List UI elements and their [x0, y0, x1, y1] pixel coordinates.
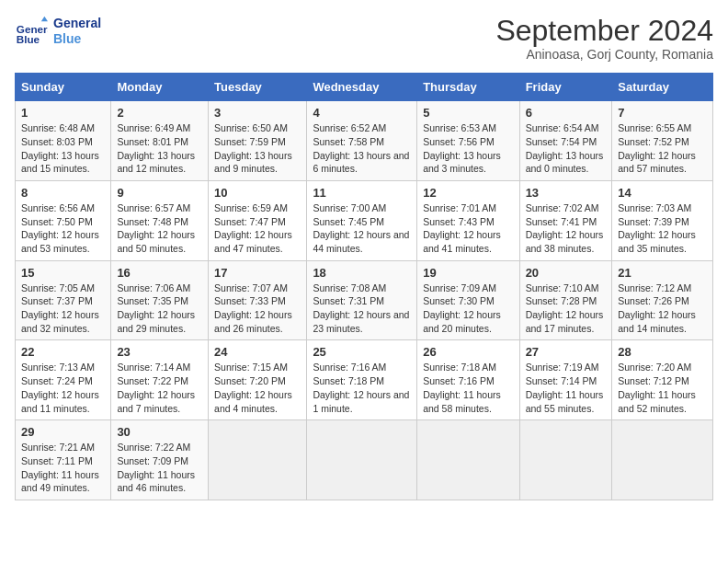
page-header: General Blue General Blue September 2024… — [15, 15, 713, 62]
day-number: 9 — [117, 186, 202, 200]
calendar-cell: 2 Sunrise: 6:49 AMSunset: 8:01 PMDayligh… — [111, 101, 209, 181]
calendar-cell — [519, 420, 612, 500]
day-number: 2 — [117, 106, 202, 120]
cell-content: Sunrise: 7:16 AMSunset: 7:18 PMDaylight:… — [313, 362, 409, 413]
cell-content: Sunrise: 7:08 AMSunset: 7:31 PMDaylight:… — [313, 282, 409, 334]
logo-text-general: General — [53, 16, 101, 31]
calendar-cell: 28 Sunrise: 7:20 AMSunset: 7:12 PMDaylig… — [612, 340, 713, 420]
calendar-cell: 5 Sunrise: 6:53 AMSunset: 7:56 PMDayligh… — [417, 101, 519, 181]
calendar-cell: 22 Sunrise: 7:13 AMSunset: 7:24 PMDaylig… — [16, 340, 111, 420]
calendar-cell — [612, 420, 713, 500]
logo: General Blue General Blue — [15, 15, 101, 48]
day-number: 5 — [423, 106, 513, 120]
cell-content: Sunrise: 7:19 AMSunset: 7:14 PMDaylight:… — [526, 362, 604, 413]
week-row-5: 29 Sunrise: 7:21 AMSunset: 7:11 PMDaylig… — [16, 420, 713, 500]
calendar-cell: 21 Sunrise: 7:12 AMSunset: 7:26 PMDaylig… — [612, 260, 713, 340]
cell-content: Sunrise: 7:07 AMSunset: 7:33 PMDaylight:… — [214, 282, 292, 334]
cell-content: Sunrise: 7:03 AMSunset: 7:39 PMDaylight:… — [618, 202, 696, 254]
cell-content: Sunrise: 7:06 AMSunset: 7:35 PMDaylight:… — [117, 282, 195, 334]
cell-content: Sunrise: 6:49 AMSunset: 8:01 PMDaylight:… — [117, 122, 195, 174]
day-number: 16 — [117, 266, 202, 280]
logo-icon: General Blue — [15, 15, 48, 48]
cell-content: Sunrise: 6:50 AMSunset: 7:59 PMDaylight:… — [214, 122, 292, 174]
cell-content: Sunrise: 7:00 AMSunset: 7:45 PMDaylight:… — [313, 202, 409, 254]
day-number: 14 — [618, 186, 707, 200]
day-number: 21 — [618, 266, 707, 280]
calendar-cell: 26 Sunrise: 7:18 AMSunset: 7:16 PMDaylig… — [417, 340, 519, 420]
header-row: SundayMondayTuesdayWednesdayThursdayFrid… — [16, 74, 713, 101]
day-number: 29 — [21, 425, 105, 439]
day-number: 6 — [526, 106, 607, 120]
day-number: 26 — [423, 345, 513, 359]
cell-content: Sunrise: 7:01 AMSunset: 7:43 PMDaylight:… — [423, 202, 501, 254]
svg-text:Blue: Blue — [17, 33, 40, 45]
day-number: 23 — [117, 345, 202, 359]
calendar-cell — [417, 420, 519, 500]
calendar-cell: 18 Sunrise: 7:08 AMSunset: 7:31 PMDaylig… — [307, 260, 417, 340]
day-number: 8 — [21, 186, 105, 200]
cell-content: Sunrise: 7:21 AMSunset: 7:11 PMDaylight:… — [21, 442, 99, 493]
calendar-cell: 30 Sunrise: 7:22 AMSunset: 7:09 PMDaylig… — [111, 420, 209, 500]
calendar-cell: 19 Sunrise: 7:09 AMSunset: 7:30 PMDaylig… — [417, 260, 519, 340]
week-row-1: 1 Sunrise: 6:48 AMSunset: 8:03 PMDayligh… — [16, 101, 713, 181]
col-header-wednesday: Wednesday — [307, 74, 417, 101]
calendar-cell: 8 Sunrise: 6:56 AMSunset: 7:50 PMDayligh… — [16, 180, 111, 260]
day-number: 17 — [214, 266, 301, 280]
col-header-sunday: Sunday — [16, 74, 111, 101]
cell-content: Sunrise: 7:10 AMSunset: 7:28 PMDaylight:… — [526, 282, 604, 334]
cell-content: Sunrise: 6:55 AMSunset: 7:52 PMDaylight:… — [618, 122, 696, 174]
cell-content: Sunrise: 7:14 AMSunset: 7:22 PMDaylight:… — [117, 362, 195, 413]
day-number: 18 — [313, 266, 411, 280]
cell-content: Sunrise: 6:54 AMSunset: 7:54 PMDaylight:… — [526, 122, 604, 174]
day-number: 15 — [21, 266, 105, 280]
calendar-cell: 27 Sunrise: 7:19 AMSunset: 7:14 PMDaylig… — [519, 340, 612, 420]
calendar-cell: 6 Sunrise: 6:54 AMSunset: 7:54 PMDayligh… — [519, 101, 612, 181]
cell-content: Sunrise: 7:20 AMSunset: 7:12 PMDaylight:… — [618, 362, 696, 413]
cell-content: Sunrise: 6:59 AMSunset: 7:47 PMDaylight:… — [214, 202, 292, 254]
day-number: 22 — [21, 345, 105, 359]
svg-marker-2 — [41, 17, 48, 21]
cell-content: Sunrise: 6:53 AMSunset: 7:56 PMDaylight:… — [423, 122, 501, 174]
calendar-cell: 29 Sunrise: 7:21 AMSunset: 7:11 PMDaylig… — [16, 420, 111, 500]
logo-text-blue: Blue — [53, 31, 101, 47]
day-number: 30 — [117, 425, 202, 439]
cell-content: Sunrise: 7:15 AMSunset: 7:20 PMDaylight:… — [214, 362, 292, 413]
cell-content: Sunrise: 7:12 AMSunset: 7:26 PMDaylight:… — [618, 282, 696, 334]
cell-content: Sunrise: 7:05 AMSunset: 7:37 PMDaylight:… — [21, 282, 99, 334]
day-number: 1 — [21, 106, 105, 120]
cell-content: Sunrise: 6:57 AMSunset: 7:48 PMDaylight:… — [117, 202, 195, 254]
calendar-cell: 3 Sunrise: 6:50 AMSunset: 7:59 PMDayligh… — [209, 101, 307, 181]
cell-content: Sunrise: 6:48 AMSunset: 8:03 PMDaylight:… — [21, 122, 99, 174]
calendar-cell: 23 Sunrise: 7:14 AMSunset: 7:22 PMDaylig… — [111, 340, 209, 420]
col-header-saturday: Saturday — [612, 74, 713, 101]
cell-content: Sunrise: 7:13 AMSunset: 7:24 PMDaylight:… — [21, 362, 99, 413]
cell-content: Sunrise: 6:56 AMSunset: 7:50 PMDaylight:… — [21, 202, 99, 254]
col-header-friday: Friday — [519, 74, 612, 101]
day-number: 25 — [313, 345, 411, 359]
day-number: 28 — [618, 345, 707, 359]
cell-content: Sunrise: 7:02 AMSunset: 7:41 PMDaylight:… — [526, 202, 604, 254]
week-row-3: 15 Sunrise: 7:05 AMSunset: 7:37 PMDaylig… — [16, 260, 713, 340]
calendar-cell: 14 Sunrise: 7:03 AMSunset: 7:39 PMDaylig… — [612, 180, 713, 260]
day-number: 24 — [214, 345, 301, 359]
cell-content: Sunrise: 7:22 AMSunset: 7:09 PMDaylight:… — [117, 442, 195, 493]
calendar-cell: 7 Sunrise: 6:55 AMSunset: 7:52 PMDayligh… — [612, 101, 713, 181]
cell-content: Sunrise: 6:52 AMSunset: 7:58 PMDaylight:… — [313, 122, 409, 174]
day-number: 4 — [313, 106, 411, 120]
calendar-cell: 20 Sunrise: 7:10 AMSunset: 7:28 PMDaylig… — [519, 260, 612, 340]
calendar-cell — [209, 420, 307, 500]
day-number: 20 — [526, 266, 607, 280]
day-number: 10 — [214, 186, 301, 200]
calendar-cell: 13 Sunrise: 7:02 AMSunset: 7:41 PMDaylig… — [519, 180, 612, 260]
calendar-cell: 9 Sunrise: 6:57 AMSunset: 7:48 PMDayligh… — [111, 180, 209, 260]
calendar-cell: 16 Sunrise: 7:06 AMSunset: 7:35 PMDaylig… — [111, 260, 209, 340]
day-number: 7 — [618, 106, 707, 120]
col-header-tuesday: Tuesday — [209, 74, 307, 101]
cell-content: Sunrise: 7:18 AMSunset: 7:16 PMDaylight:… — [423, 362, 501, 413]
calendar-cell: 17 Sunrise: 7:07 AMSunset: 7:33 PMDaylig… — [209, 260, 307, 340]
calendar-cell: 4 Sunrise: 6:52 AMSunset: 7:58 PMDayligh… — [307, 101, 417, 181]
month-title: September 2024 — [495, 15, 713, 47]
col-header-thursday: Thursday — [417, 74, 519, 101]
location-subtitle: Aninoasa, Gorj County, Romania — [495, 47, 713, 62]
calendar-cell: 15 Sunrise: 7:05 AMSunset: 7:37 PMDaylig… — [16, 260, 111, 340]
